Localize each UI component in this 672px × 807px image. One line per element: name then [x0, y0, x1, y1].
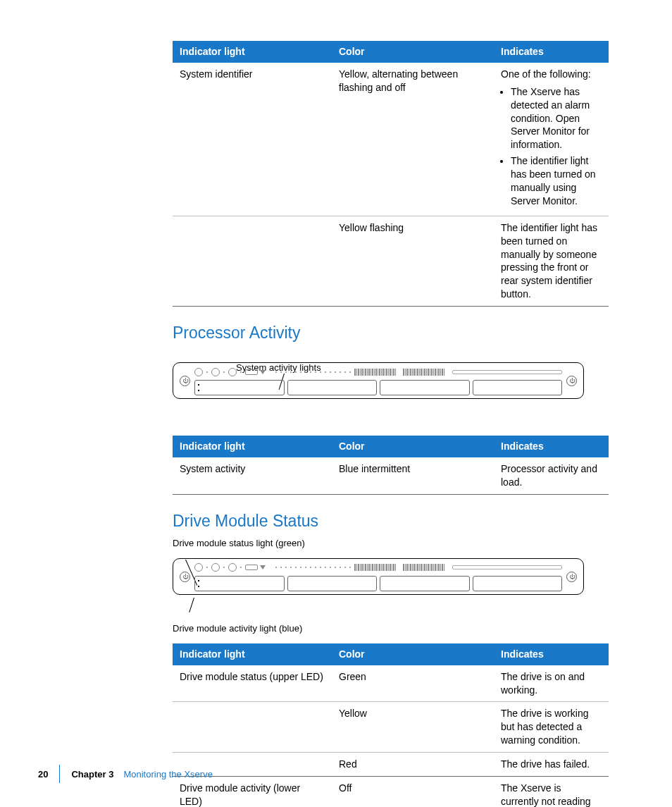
cell: Processor activity and load. — [494, 457, 609, 494]
table-row: Drive module status (upper LED) Green Th… — [173, 665, 609, 702]
table-row: System activity Blue intermittent Proces… — [173, 457, 609, 494]
cell: The drive is working but has detected a … — [494, 702, 609, 753]
power-button-icon: ⏻ — [180, 572, 190, 582]
t3-h2: Indicates — [494, 643, 609, 665]
cell: Yellow — [332, 702, 494, 753]
footer-divider-icon — [59, 765, 60, 783]
cell: The drive has failed. — [494, 753, 609, 777]
t2-h2: Indicates — [494, 436, 609, 457]
cell: Blue intermittent — [332, 457, 494, 494]
leader-line — [189, 598, 194, 612]
power-button-icon: ⏻ — [180, 376, 190, 386]
cell: Drive module status (upper LED) — [173, 665, 332, 702]
table-row: Drive module activity (lower LED) Off Th… — [173, 777, 609, 807]
cell — [173, 216, 332, 306]
cell: System identifier — [173, 63, 332, 216]
drive-bays-icon — [194, 576, 562, 591]
table-row: Yellow flashing The identifier light has… — [173, 216, 609, 306]
chapter-title: Monitoring the Xserve — [123, 769, 212, 780]
cell: Yellow flashing — [332, 216, 494, 306]
diagram-processor: System activity lights ⏻ ⏻ — [173, 362, 609, 426]
diagram-drive-module: ⏻ ⏻ — [173, 558, 609, 613]
activity-lights-icon — [354, 369, 396, 376]
cell-intro: One of the following: — [501, 68, 591, 80]
drive-bays-icon — [194, 380, 562, 395]
cell: The Xserve is currently not reading from… — [494, 777, 609, 807]
front-panel-icon — [194, 562, 562, 574]
t2-h1: Color — [332, 436, 494, 457]
xserve-chassis-icon: ⏻ ⏻ — [173, 558, 584, 595]
diagram-label-bottom: Drive module activity light (blue) — [173, 623, 609, 634]
table-row: Red The drive has failed. — [173, 753, 609, 777]
chapter-label: Chapter 3 — [71, 769, 113, 780]
xserve-chassis-icon: ⏻ ⏻ — [173, 362, 584, 399]
diagram-label-top: Drive module status light (green) — [173, 538, 609, 548]
table-row: Yellow The drive is working but has dete… — [173, 702, 609, 753]
cell — [173, 702, 332, 753]
t1-h2: Indicates — [494, 41, 609, 63]
power-button-icon: ⏻ — [566, 376, 577, 386]
front-panel-icon — [194, 366, 562, 378]
bullet-list: The Xserve has detected an alarm conditi… — [501, 85, 602, 208]
cell: System activity — [173, 457, 332, 494]
indicator-table-3: Indicator light Color Indicates Drive mo… — [173, 643, 609, 807]
cell: The identifier light has been turned on … — [494, 216, 609, 306]
t1-h0: Indicator light — [173, 41, 332, 63]
indicator-table-2: Indicator light Color Indicates System a… — [173, 436, 609, 495]
t3-h1: Color — [332, 643, 494, 665]
cell: Off — [332, 777, 494, 807]
cell: Yellow, alternating between flashing and… — [332, 63, 494, 216]
t3-h0: Indicator light — [173, 643, 332, 665]
page-footer: 20 Chapter 3 Monitoring the Xserve — [38, 765, 213, 783]
cell: The drive is on and working. — [494, 665, 609, 702]
indicator-table-1: Indicator light Color Indicates System i… — [173, 41, 609, 307]
cell: Green — [332, 665, 494, 702]
power-button-icon: ⏻ — [566, 572, 577, 582]
bullet: The Xserve has detected an alarm conditi… — [511, 85, 602, 152]
page-number: 20 — [38, 769, 48, 780]
optical-slot-icon — [452, 370, 562, 374]
t2-h0: Indicator light — [173, 436, 332, 457]
bullet: The identifier light has been turned on … — [511, 154, 602, 208]
cell: One of the following: The Xserve has det… — [494, 63, 609, 216]
table-row: System identifier Yellow, alternating be… — [173, 63, 609, 216]
cell: Red — [332, 753, 494, 777]
t1-h1: Color — [332, 41, 494, 63]
heading-processor-activity: Processor Activity — [173, 324, 609, 343]
heading-drive-module-status: Drive Module Status — [173, 512, 609, 531]
